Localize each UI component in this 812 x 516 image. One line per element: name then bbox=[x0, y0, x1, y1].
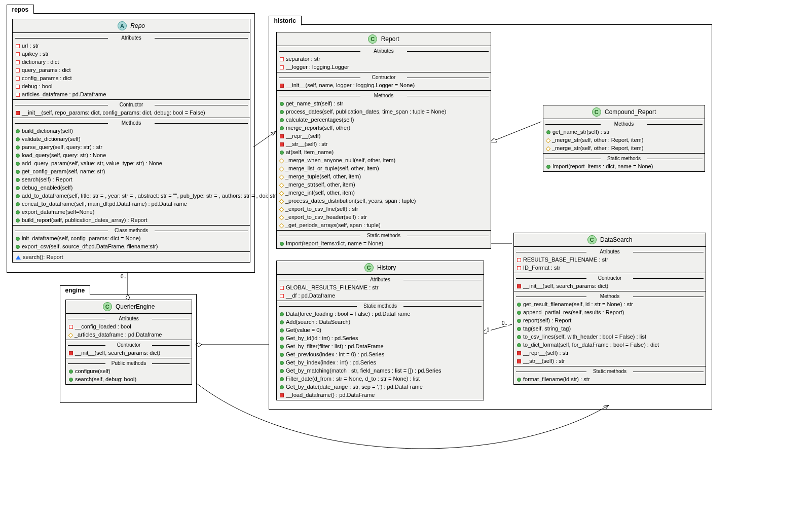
class-member: Get_by_id(id : int) : pd.Series bbox=[277, 334, 484, 342]
member-text: RESULTS_BASE_FILENAME : str bbox=[523, 256, 608, 263]
visibility-icon bbox=[279, 223, 284, 228]
section-title: Contructor bbox=[277, 75, 491, 80]
visibility-icon bbox=[280, 126, 284, 130]
member-text: debug : bool bbox=[22, 83, 53, 89]
visibility-icon bbox=[517, 327, 521, 331]
member-text: config_params : dict bbox=[22, 75, 71, 81]
member-text: __df : pd.Dataframe bbox=[286, 292, 335, 299]
class-history-name: History bbox=[377, 264, 396, 271]
class-member: articles_dataframe : pd.Dataframe bbox=[13, 90, 250, 98]
member-text: get_name_str(self) : str bbox=[552, 129, 610, 135]
section-title: Methods bbox=[543, 121, 705, 127]
class-member: Data(force_loading : bool = False) : pd.… bbox=[277, 310, 484, 318]
class-report-name: Report bbox=[381, 35, 399, 43]
visibility-icon bbox=[517, 303, 521, 307]
visibility-icon bbox=[279, 158, 284, 163]
class-member: __init__(self, repo_params: dict, config… bbox=[13, 108, 250, 117]
section-title: Atributes bbox=[277, 48, 491, 54]
class-compound: C Compound_Report Methodsget_name_str(se… bbox=[543, 105, 705, 172]
class-member: load_query(self, query: str) : None bbox=[13, 151, 250, 159]
member-text: apikey : str bbox=[22, 51, 49, 57]
member-text: process_dates(self, publication_dates, t… bbox=[286, 108, 446, 115]
class-member: Get(value = 0) bbox=[277, 326, 484, 334]
class-member: _export_to_csv_header(self) : str bbox=[277, 213, 491, 221]
member-text: debug_enabled(self) bbox=[22, 185, 72, 191]
class-querier-body: Atributes__config_loaded : bool_articles… bbox=[66, 314, 192, 384]
member-text: Get_by_id(id : int) : pd.Series bbox=[286, 335, 358, 341]
member-text: calculate_percentages(self) bbox=[286, 117, 354, 123]
member-text: get_result_filename(self, id : str = Non… bbox=[523, 301, 633, 307]
class-report-header: C Report bbox=[277, 32, 491, 46]
visibility-icon bbox=[280, 102, 284, 106]
member-text: _merge_when_anyone_null(self, other, ite… bbox=[285, 157, 395, 163]
class-member: init_dataframe(self, config_params: dict… bbox=[13, 234, 250, 242]
member-text: export_dataframe(self=None) bbox=[22, 209, 94, 215]
class-section: Methodsget_result_filename(self, id : st… bbox=[514, 291, 706, 366]
member-text: Data(force_loading : bool = False) : pd.… bbox=[286, 311, 411, 317]
class-member: _merge_when_anyone_null(self, other, ite… bbox=[277, 156, 491, 164]
visibility-icon bbox=[16, 145, 20, 150]
visibility-icon bbox=[517, 343, 521, 347]
class-section: Static methodsImport(report_items:dict, … bbox=[277, 230, 491, 248]
member-text: __str__(self) : str bbox=[523, 358, 565, 364]
member-text: build_dictionary(self) bbox=[22, 128, 73, 134]
visibility-icon bbox=[279, 191, 284, 196]
member-text: _export_to_csv_header(self) : str bbox=[285, 214, 367, 220]
member-text: format_filename(id:str) : str bbox=[523, 376, 589, 382]
member-text: __logger : logging.Logger bbox=[286, 64, 349, 70]
class-section: Static methodsData(force_loading : bool … bbox=[277, 301, 484, 400]
class-repo-header: A Repo bbox=[13, 19, 250, 33]
visibility-icon bbox=[69, 325, 73, 329]
visibility-icon bbox=[280, 142, 284, 146]
visibility-icon bbox=[16, 77, 20, 81]
class-member: Get_previous(index : int = 0) : pd.Serie… bbox=[277, 350, 484, 358]
class-repo-body: Atributesurl : strapikey : strdictionary… bbox=[13, 33, 250, 262]
class-section: Contructor__init__(self, name, logger : … bbox=[277, 72, 491, 90]
member-text: _articles_dataframe : pd.Dataframe bbox=[75, 331, 162, 338]
class-member: url : str bbox=[13, 42, 250, 50]
member-text: export_csv(self, source_df:pd.DataFrame,… bbox=[22, 243, 158, 249]
class-history-header: C History bbox=[277, 261, 484, 275]
class-member: _process_dates_distribution(self, years,… bbox=[277, 197, 491, 205]
visibility-icon bbox=[517, 351, 521, 355]
visibility-icon bbox=[517, 378, 521, 382]
class-member: tag(self, string_tag) bbox=[514, 324, 706, 333]
class-repo-name: Repo bbox=[130, 22, 145, 29]
class-datasearch-body: AtributesRESULTS_BASE_FILENAME : strID_F… bbox=[514, 247, 706, 384]
visibility-icon bbox=[279, 199, 284, 204]
member-text: _merge_tuple(self, other, item) bbox=[285, 173, 361, 179]
visibility-icon bbox=[16, 154, 20, 158]
visibility-icon bbox=[280, 320, 284, 324]
class-repo: A Repo Atributesurl : strapikey : strdic… bbox=[12, 19, 250, 263]
section-title: Static methods bbox=[543, 156, 705, 161]
cardinality-repo-querier: 0.. bbox=[120, 274, 127, 279]
visibility-icon bbox=[546, 130, 550, 134]
package-tab-historic: historic bbox=[269, 16, 302, 25]
class-section: Class methodsinit_dataframe(self, config… bbox=[13, 225, 250, 251]
class-member: search(): Report bbox=[13, 253, 250, 261]
section-title: Atributes bbox=[66, 316, 192, 321]
visibility-icon bbox=[280, 110, 284, 114]
class-section: Atributes__config_loaded : bool_articles… bbox=[66, 314, 192, 340]
class-member: Get_by_date(date_range : str, sep = ',')… bbox=[277, 383, 484, 391]
class-member: get_result_filename(self, id : str = Non… bbox=[514, 300, 706, 308]
visibility-icon bbox=[16, 85, 20, 89]
class-member: configure(self) bbox=[66, 367, 192, 375]
class-member: Get_by_matching(match : str, field_names… bbox=[277, 366, 484, 375]
member-text: _merge_list_or_tuple(self, other, item) bbox=[285, 165, 379, 171]
visibility-icon bbox=[69, 378, 73, 382]
visibility-icon bbox=[16, 111, 20, 115]
visibility-icon bbox=[16, 202, 20, 206]
class-member: Get_by_index(index : int) : pd.Series bbox=[277, 358, 484, 366]
abstract-badge-icon: A bbox=[118, 21, 127, 30]
class-section: Static methodsImport(report_items : dict… bbox=[543, 153, 705, 171]
member-text: concat_to_dataframe(self, main_df:pd.Dat… bbox=[22, 201, 187, 207]
member-text: GLOBAL_RESULTS_FILENAME : str bbox=[286, 284, 379, 290]
class-section: AtributesRESULTS_BASE_FILENAME : strID_F… bbox=[514, 247, 706, 273]
member-text: Add(search : DataSearch) bbox=[286, 319, 350, 325]
class-member: merge_reports(self, other) bbox=[277, 124, 491, 132]
class-section: Methodsget_name_str(self) : strprocess_d… bbox=[277, 90, 491, 230]
class-section: Contructor__init__(self, search_params: … bbox=[66, 340, 192, 358]
member-text: Get_previous(index : int = 0) : pd.Serie… bbox=[286, 351, 384, 357]
class-member: calculate_percentages(self) bbox=[277, 116, 491, 124]
